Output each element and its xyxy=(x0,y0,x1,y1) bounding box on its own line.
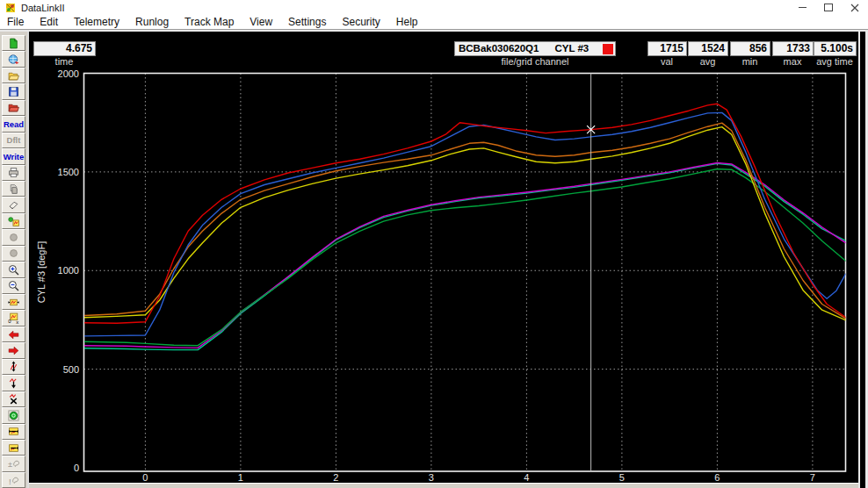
y-tick-label: 500 xyxy=(63,364,79,375)
cursor-time-label: time xyxy=(33,56,95,67)
open-remote-button[interactable] xyxy=(2,51,25,67)
save-icon xyxy=(8,86,19,97)
zoom-in-button[interactable] xyxy=(2,262,25,277)
zoom-out-icon xyxy=(8,280,19,291)
zoom-out-button[interactable] xyxy=(2,278,25,294)
eraser-icon xyxy=(8,199,19,211)
maximize-button[interactable] xyxy=(815,0,842,15)
menu-security[interactable]: Security xyxy=(334,15,387,29)
x-tick-label: 6 xyxy=(714,472,720,483)
menu-telemetry[interactable]: Telemetry xyxy=(66,15,127,29)
minimize-button[interactable] xyxy=(789,0,815,15)
plot-area[interactable] xyxy=(83,74,846,471)
pan-horizontal-button[interactable] xyxy=(2,424,25,440)
title-bar: DataLinkII xyxy=(0,0,868,15)
x-tick-label: 7 xyxy=(810,472,815,483)
write-button[interactable]: Write xyxy=(2,148,25,164)
y-tick-label: 0 xyxy=(74,463,79,473)
erase-button[interactable] xyxy=(2,197,25,212)
file-name: BCBak030620Q1 xyxy=(459,42,539,55)
runlog-alert-button: ! xyxy=(2,472,25,488)
stat-avg-time-box: 5.100s xyxy=(814,41,857,56)
stat-min-label: min xyxy=(727,56,773,67)
y-tick-label: 2000 xyxy=(58,68,79,79)
green-ball-icon xyxy=(8,410,19,421)
record-icon xyxy=(8,232,19,243)
open-folder-icon xyxy=(8,70,19,82)
x-tick-label: 4 xyxy=(524,472,529,483)
copy-icon xyxy=(8,183,19,195)
app-icon xyxy=(5,3,16,13)
stat-val-label: val xyxy=(644,56,690,67)
maximize-icon xyxy=(824,4,833,11)
open-config-button[interactable] xyxy=(2,100,25,116)
datalink-window: DataLinkII FileEditTelemetryRunlogTrack … xyxy=(0,0,868,488)
save-file-button[interactable] xyxy=(2,83,25,99)
realtime-wave-icon xyxy=(8,216,19,227)
x-tick-label: 1 xyxy=(238,472,243,483)
y-tick-label: 1000 xyxy=(58,265,79,276)
y-axis-title: CYL #3 [degF] xyxy=(36,241,47,304)
menu-help[interactable]: Help xyxy=(388,15,426,29)
copy-button[interactable] xyxy=(2,181,25,197)
default-button-label: Dflt xyxy=(7,135,21,145)
stat-val-box: 1715 xyxy=(647,41,687,56)
window-title: DataLinkII xyxy=(21,3,65,13)
wave-delete-icon xyxy=(8,393,19,405)
menu-runlog[interactable]: Runlog xyxy=(127,15,177,29)
stat-avg-box: 1524 xyxy=(688,41,728,56)
stat-max-label: max xyxy=(769,56,816,67)
x-tick-label: 5 xyxy=(619,472,625,483)
scale-vertical-button[interactable] xyxy=(2,359,25,375)
stop-icon xyxy=(8,248,19,259)
close-icon xyxy=(850,4,859,12)
channel-name: CYL #3 xyxy=(554,42,589,55)
menu-track-map[interactable]: Track Map xyxy=(177,15,242,29)
cursor-right-button[interactable] xyxy=(2,342,25,358)
printer-icon xyxy=(8,167,19,178)
stat-min-box: 856 xyxy=(730,41,770,56)
menu-edit[interactable]: Edit xyxy=(32,15,66,29)
arrow-left-icon xyxy=(8,329,19,341)
shift-down-button[interactable] xyxy=(2,375,25,391)
stat-max-box: 1733 xyxy=(772,41,814,56)
read-button[interactable]: Read xyxy=(2,116,25,132)
x-tick-label: 3 xyxy=(429,472,434,483)
read-button-label: Read xyxy=(4,119,24,129)
record-button xyxy=(2,229,25,245)
realtime-button[interactable] xyxy=(2,213,25,229)
print-button[interactable] xyxy=(2,165,25,181)
autoscale-time-button[interactable] xyxy=(2,294,25,310)
menu-view[interactable]: View xyxy=(242,15,280,29)
pan-horizontal-icon xyxy=(8,426,19,437)
menu-file[interactable]: File xyxy=(0,15,32,29)
globe-icon xyxy=(8,54,19,65)
close-button[interactable] xyxy=(842,0,868,15)
cursor-left-button[interactable] xyxy=(2,327,25,342)
remove-graph-button[interactable] xyxy=(2,391,25,407)
minimize-icon xyxy=(799,7,807,9)
cursor-time-box[interactable]: 4.675 xyxy=(33,41,96,56)
stop-button xyxy=(2,246,25,262)
stat-avg-time-label: avg time xyxy=(810,56,859,67)
stat-avg-label: avg xyxy=(684,56,731,67)
red-folder-icon xyxy=(8,102,19,113)
zero-scale-button[interactable]: 0x xyxy=(2,310,25,326)
new-file-button[interactable] xyxy=(2,35,25,51)
channel-color-swatch xyxy=(603,44,613,54)
write-button-label: Write xyxy=(4,152,25,161)
pan-right-button[interactable] xyxy=(2,440,25,456)
wave-vscale-icon xyxy=(8,361,19,372)
menu-settings[interactable]: Settings xyxy=(280,15,334,29)
open-file-button[interactable] xyxy=(2,68,25,83)
svg-text:±: ± xyxy=(8,460,12,469)
wave-down-icon xyxy=(8,377,19,389)
telemetry-marker-button[interactable] xyxy=(2,407,25,423)
lasso-alert-icon: ! xyxy=(8,475,19,486)
svg-text:!: ! xyxy=(9,476,11,485)
zoom-in-icon xyxy=(8,264,19,276)
svg-text:x: x xyxy=(16,319,18,324)
pan-right-icon xyxy=(8,442,19,454)
menu-bar: FileEditTelemetryRunlogTrack MapViewSett… xyxy=(0,15,868,29)
file-grid-channel-box[interactable]: BCBak030620Q1 CYL #3 xyxy=(454,41,616,56)
